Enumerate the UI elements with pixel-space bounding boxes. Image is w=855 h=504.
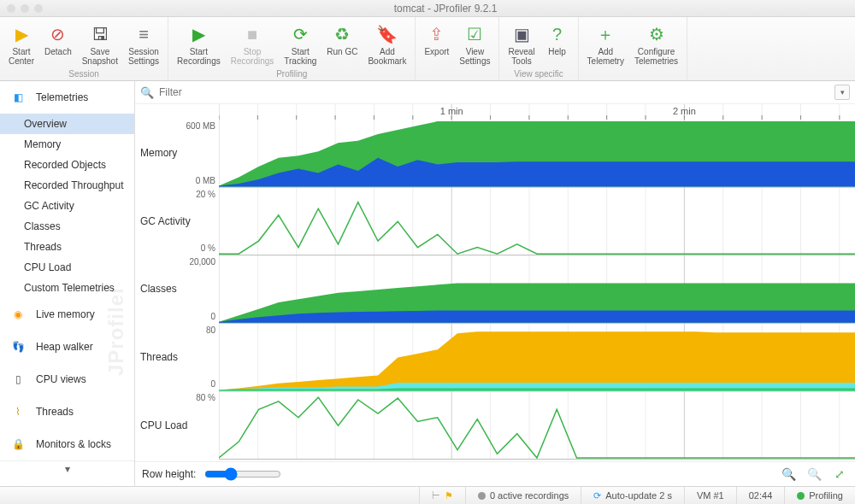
sidebar-item-label: Heap walker [36, 341, 93, 353]
filter-input[interactable] [157, 85, 831, 100]
sidebar-item-monitors-locks[interactable]: 🔒Monitors & locks [0, 428, 134, 460]
y-max-label: 20 % [196, 190, 215, 199]
y-min-label: 0 [210, 379, 215, 389]
start-center-button[interactable]: ▶Start Center [5, 21, 38, 67]
row-height-bar: Row height: 🔍 🔍 ⤢ [135, 462, 855, 486]
chart-label-gc[interactable]: GC Activity20 %0 % [135, 188, 219, 256]
zoom-out-icon[interactable]: 🔍 [805, 466, 823, 483]
toolbar-button-label: Save Snapshot [82, 47, 118, 66]
sidebar-item-threads-cat[interactable]: ⌇Threads [0, 396, 134, 428]
status-vm[interactable]: VM #1 [684, 487, 736, 504]
start-tracking-button[interactable]: ⟳Start Tracking [280, 21, 320, 67]
export-button[interactable]: ⇪Export [421, 21, 452, 58]
sidebar-item-live-memory[interactable]: ◉Live memory [0, 298, 134, 331]
sidebar-subitem-recorded-throughput[interactable]: Recorded Throughput [0, 175, 134, 196]
add-telemetry-button[interactable]: ＋Add Telemetry [584, 21, 628, 67]
detach-button[interactable]: ⊘Detach [41, 21, 75, 58]
y-max-label: 80 [206, 325, 215, 335]
filter-dropdown[interactable]: ▾ [834, 85, 850, 100]
sidebar-subitem-custom-telemetries[interactable]: Custom Telemetries [0, 278, 134, 298]
chart-label-classes[interactable]: Classes20,0000 [135, 255, 219, 324]
y-min-label: 0 [210, 312, 215, 321]
minimize-icon[interactable] [21, 4, 29, 13]
toolbar-group-label: View specific [514, 67, 563, 81]
sidebar-subitem-classes[interactable]: Classes [0, 216, 134, 237]
zoom-icon[interactable] [34, 4, 43, 13]
charts: Memory600 MB0 MBGC Activity20 %0 %Classe… [135, 104, 855, 462]
toolbar-button-label: Add Bookmark [368, 47, 406, 66]
stop-recordings-icon: ■ [240, 22, 264, 46]
add-bookmark-button[interactable]: 🔖Add Bookmark [364, 21, 410, 67]
toolbar-button-label: Export [424, 47, 449, 56]
row-height-slider[interactable] [204, 467, 281, 481]
sidebar-item-heap-walker[interactable]: 👣Heap walker [0, 331, 134, 363]
live-memory-icon: ◉ [9, 305, 27, 324]
session-settings-button[interactable]: ≡Session Settings [125, 21, 162, 67]
save-snapshot-button[interactable]: 🖫Save Snapshot [79, 21, 121, 67]
charts-svg [219, 104, 855, 460]
filter-row: 🔍 ▾ [135, 81, 855, 104]
toolbar-button-label: Run GC [327, 47, 357, 56]
chart-title: Classes [140, 283, 177, 295]
zoom-in-icon[interactable]: 🔍 [780, 466, 797, 483]
chart-label-threads[interactable]: Threads800 [135, 324, 219, 392]
toolbar-button-label: Start Recordings [177, 47, 221, 66]
sidebar-subitem-gc-activity[interactable]: GC Activity [0, 196, 134, 216]
view-settings-icon: ☑ [463, 22, 486, 46]
sidebar-subitem-recorded-objects[interactable]: Recorded Objects [0, 155, 134, 175]
zoom-fit-icon[interactable]: ⤢ [831, 466, 848, 483]
content: 🔍 ▾ Memory600 MB0 MBGC Activity20 %0 %Cl… [135, 81, 855, 486]
add-telemetry-icon: ＋ [593, 22, 617, 46]
chart-label-memory[interactable]: Memory600 MB0 MB [135, 120, 219, 188]
toolbar-group: ▶Start Center⊘Detach🖫Save Snapshot≡Sessi… [0, 17, 168, 80]
sidebar-item-label: Telemetries [36, 91, 88, 103]
chart-title: Threads [140, 351, 178, 363]
status-autoupdate[interactable]: ⟳Auto-update 2 s [581, 487, 684, 504]
toolbar-button-label: Add Telemetry [587, 47, 624, 66]
sidebar-collapse-button[interactable]: ▾ [0, 460, 134, 477]
start-recordings-button[interactable]: ▶Start Recordings [174, 21, 224, 67]
y-min-label: 0 % [201, 243, 215, 253]
statusbar: ⊢⚑ 0 active recordings ⟳Auto-update 2 s … [0, 486, 855, 504]
toolbar-button-label: Reveal Tools [508, 47, 534, 66]
toolbar-button-label: Help [548, 47, 566, 56]
series-total [219, 331, 855, 390]
close-icon[interactable] [7, 4, 15, 13]
toolbar-group-label: Profiling [276, 67, 307, 81]
sidebar-item-telemetries[interactable]: ◧Telemetries [0, 81, 134, 114]
status-pin[interactable]: ⊢⚑ [419, 487, 465, 504]
heap-walker-icon: 👣 [9, 337, 27, 356]
cpu-views-icon: ▯ [9, 370, 27, 389]
toolbar-button-label: Start Tracking [284, 47, 316, 66]
window-title: tomcat - JProfiler 9.2.1 [43, 3, 848, 15]
toolbar-group-label [631, 67, 634, 81]
sidebar-item-label: Monitors & locks [36, 438, 111, 450]
sidebar-subitem-memory-sub[interactable]: Memory [0, 134, 134, 155]
window-controls[interactable] [7, 4, 43, 13]
search-icon: 🔍 [140, 86, 154, 99]
stop-recordings-button: ■Stop Recordings [227, 21, 278, 67]
status-time: 02:44 [736, 487, 785, 504]
series-gc [219, 202, 855, 254]
run-gc-button[interactable]: ♻Run GC [323, 21, 361, 58]
status-recordings[interactable]: 0 active recordings [465, 487, 581, 504]
help-button[interactable]: ?Help [542, 21, 573, 58]
reveal-tools-button[interactable]: ▣Reveal Tools [504, 21, 538, 67]
view-settings-button[interactable]: ☑View Settings [456, 21, 493, 67]
threads-cat-icon: ⌇ [9, 402, 27, 421]
start-recordings-icon: ▶ [186, 22, 210, 46]
state-dot-icon [797, 492, 805, 500]
series-cpu [219, 397, 855, 458]
sidebar-subitem-cpu-load[interactable]: CPU Load [0, 257, 134, 278]
export-icon: ⇪ [425, 22, 449, 46]
sidebar-item-cpu-views[interactable]: ▯CPU views [0, 363, 134, 396]
sidebar-subitem-threads-sub[interactable]: Threads [0, 237, 134, 257]
sidebar-subitem-overview[interactable]: Overview [0, 114, 134, 134]
configure-telemetries-button[interactable]: ⚙Configure Telemetries [631, 21, 681, 67]
y-max-label: 20,000 [189, 257, 215, 267]
chart-label-cpu[interactable]: CPU Load80 % [135, 391, 219, 460]
toolbar-group-label [457, 67, 459, 81]
chart-title: CPU Load [140, 419, 187, 431]
save-snapshot-icon: 🖫 [88, 22, 112, 46]
status-state: Profiling [784, 487, 855, 504]
